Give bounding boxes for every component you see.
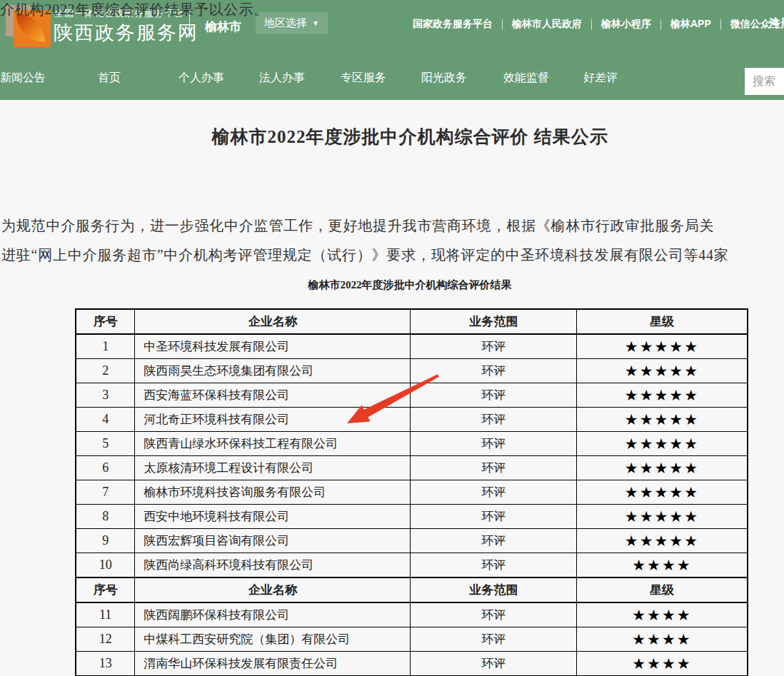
nav-item-personal[interactable]: 个人办事 — [179, 71, 224, 86]
business-scope: 环评 — [411, 359, 576, 383]
column-header: 星级 — [576, 577, 748, 602]
star-rating: ★★★★★ — [576, 334, 748, 359]
star-rating: ★★★★ — [576, 602, 748, 627]
table-header-row: 序号企业名称业务范围星级 — [76, 577, 748, 602]
column-header: 业务范围 — [411, 577, 576, 602]
nav-item-home[interactable]: 首页 — [98, 71, 121, 86]
business-scope: 环评 — [411, 480, 576, 505]
nav-item-special-zone[interactable]: 专区服务 — [341, 71, 386, 86]
link-separator — [660, 19, 661, 30]
link-yulin-miniprogram[interactable]: 榆林小程序 — [601, 18, 651, 31]
star-rating: ★★★★★ — [576, 432, 748, 456]
business-scope: 环评 — [411, 334, 576, 359]
nav-item-efficiency[interactable]: 效能监督 — [503, 71, 549, 86]
business-scope: 环评 — [411, 602, 576, 627]
business-scope: 环评 — [411, 505, 576, 529]
star-rating: ★★★★★ — [576, 480, 748, 505]
company-name: 陕西宏辉项目咨询有限公司 — [135, 529, 411, 553]
business-scope: 环评 — [411, 432, 576, 456]
star-rating: ★★★★★ — [576, 359, 748, 383]
row-seq: 13 — [76, 652, 135, 676]
table-row: 11陕西阔鹏环保科技有限公司环评★★★★ — [76, 602, 748, 627]
link-separator — [720, 19, 721, 30]
body-text-line: 介机构2022年度综合评价结果予以公示。 — [0, 0, 268, 19]
results-table-body: 序号企业名称业务范围星级1中圣环境科技发展有限公司环评★★★★★2陕西雨昊生态环… — [76, 309, 748, 676]
row-seq: 3 — [76, 383, 135, 408]
row-seq: 12 — [76, 627, 135, 652]
star-rating: ★★★★★ — [576, 383, 748, 408]
table-row: 6太原核清环境工程设计有限公司环评★★★★★ — [76, 456, 748, 480]
company-name: 陕西雨昊生态环境集团有限公司 — [135, 359, 411, 383]
register-link[interactable]: 注册 — [769, 16, 784, 31]
company-name: 渭南华山环保科技发展有限责任公司 — [135, 652, 411, 676]
link-separator — [591, 19, 592, 30]
business-scope: 环评 — [411, 456, 576, 480]
nav-item-open-government[interactable]: 阳光政务 — [421, 71, 467, 86]
row-seq: 2 — [76, 359, 135, 383]
column-header: 序号 — [76, 577, 135, 602]
row-seq: 8 — [76, 505, 135, 529]
table-row: 2陕西雨昊生态环境集团有限公司环评★★★★★ — [76, 359, 748, 383]
link-yulin-government[interactable]: 榆林市人民政府 — [512, 18, 582, 31]
column-header: 序号 — [76, 309, 135, 334]
table-row: 3西安海蓝环保科技有限公司环评★★★★★ — [76, 383, 748, 408]
table-row: 8西安中地环境科技有限公司环评★★★★★ — [76, 505, 748, 529]
business-scope: 环评 — [411, 627, 576, 652]
company-name: 陕西青山绿水环保科技工程有限公司 — [135, 432, 411, 456]
nav-item-rating[interactable]: 好差评 — [583, 71, 618, 86]
company-name: 中煤科工西安研究院（集团）有限公司 — [135, 627, 411, 652]
company-name: 陕西阔鹏环保科技有限公司 — [135, 602, 411, 627]
row-seq: 6 — [76, 456, 135, 480]
row-seq: 10 — [76, 553, 135, 578]
company-name: 榆林市环境科技咨询服务有限公司 — [135, 480, 411, 505]
link-yulin-app[interactable]: 榆林APP — [670, 18, 711, 31]
column-header: 星级 — [576, 309, 748, 334]
table-row: 12中煤科工西安研究院（集团）有限公司环评★★★★ — [76, 627, 748, 652]
star-rating: ★★★★ — [576, 553, 748, 578]
star-rating: ★★★★ — [576, 652, 748, 676]
company-name: 陕西尚绿高科环境科技有限公司 — [135, 553, 411, 578]
table-row: 10陕西尚绿高科环境科技有限公司环评★★★★ — [76, 553, 748, 578]
star-rating: ★★★★★ — [576, 505, 748, 529]
chevron-down-icon: ▼ — [312, 20, 319, 27]
body-text-line: 进驻“网上中介服务超市”中介机构考评管理规定（试行）》要求，现将评定的中圣环境科… — [1, 246, 729, 265]
business-scope: 环评 — [411, 383, 576, 408]
nav-item-news[interactable]: 新闻公告 — [0, 71, 46, 86]
table-row: 13渭南华山环保科技发展有限责任公司环评★★★★ — [76, 652, 748, 676]
nav-item-legal-person[interactable]: 法人办事 — [259, 71, 305, 86]
company-name: 中圣环境科技发展有限公司 — [135, 334, 411, 359]
company-name: 西安中地环境科技有限公司 — [135, 505, 411, 529]
business-scope: 环评 — [411, 529, 576, 553]
business-scope: 环评 — [411, 652, 576, 676]
star-rating: ★★★★★ — [576, 456, 748, 480]
row-seq: 4 — [76, 408, 135, 432]
table-row: 7榆林市环境科技咨询服务有限公司环评★★★★★ — [76, 480, 748, 505]
search-input[interactable] — [745, 68, 784, 95]
table-header-row: 序号企业名称业务范围星级 — [76, 309, 748, 334]
column-header: 企业名称 — [135, 309, 411, 334]
company-name: 河北奇正环境科技有限公司 — [135, 408, 411, 432]
table-caption: 榆林市2022年度涉批中介机构综合评价结果 — [0, 278, 784, 292]
row-seq: 9 — [76, 529, 135, 553]
table-row: 5陕西青山绿水环保科技工程有限公司环评★★★★★ — [76, 432, 748, 456]
results-table: 序号企业名称业务范围星级1中圣环境科技发展有限公司环评★★★★★2陕西雨昊生态环… — [75, 308, 748, 676]
table-row: 1中圣环境科技发展有限公司环评★★★★★ — [76, 334, 748, 359]
table-row: 4河北奇正环境科技有限公司环评★★★★★ — [76, 408, 748, 432]
link-national-platform[interactable]: 国家政务服务平台 — [413, 18, 493, 31]
row-seq: 1 — [76, 334, 135, 359]
row-seq: 7 — [76, 480, 135, 505]
current-city: 榆林市 — [205, 19, 241, 35]
link-separator — [502, 19, 503, 30]
star-rating: ★★★★★ — [576, 408, 748, 432]
browser-page: 全国一体化在线政务服务平台 陕西政务服务网 榆林市 地区选择 ▼ 国家政务服务平… — [0, 0, 784, 676]
header-links: 国家政务服务平台 榆林市人民政府 榆林小程序 榆林APP 微信公众号 — [413, 18, 780, 31]
column-header: 企业名称 — [135, 577, 411, 602]
page-title: 榆林市2022年度涉批中介机构综合评价 结果公示 — [0, 125, 784, 148]
table-row: 9陕西宏辉项目咨询有限公司环评★★★★★ — [76, 529, 748, 553]
row-seq: 11 — [76, 602, 135, 627]
company-name: 西安海蓝环保科技有限公司 — [135, 383, 411, 408]
star-rating: ★★★★★ — [576, 529, 748, 553]
region-select-label: 地区选择 — [264, 16, 307, 30]
body-text-line: 为规范中介服务行为，进一步强化中介监管工作，更好地提升我市营商环境，根据《榆林市… — [1, 216, 714, 236]
business-scope: 环评 — [411, 408, 576, 432]
